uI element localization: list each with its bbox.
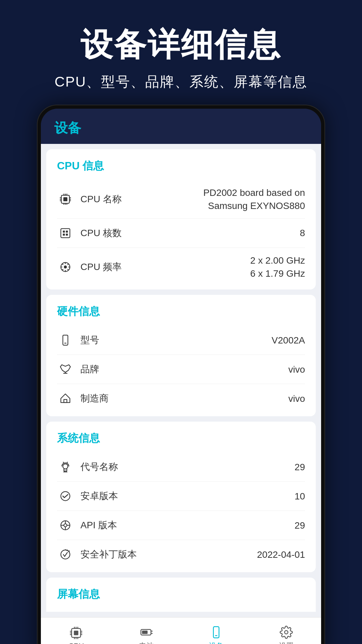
manufacturer-row: 制造商 vivo <box>57 384 305 407</box>
svg-rect-67 <box>214 627 219 638</box>
cpu-cores-row: CPU 核数 8 <box>57 219 305 248</box>
cpu-freq-value: 2 x 2.00 GHz6 x 1.79 GHz <box>250 254 305 280</box>
svg-line-25 <box>62 264 63 265</box>
svg-point-34 <box>63 464 68 469</box>
cpu-section-title: CPU 信息 <box>57 159 305 173</box>
nav-settings-label: 设置 <box>279 641 294 644</box>
app-topbar: 设备 <box>41 109 321 144</box>
svg-line-26 <box>67 269 68 270</box>
api-version-icon <box>57 517 74 534</box>
model-row: 型号 V2002A <box>57 326 305 355</box>
android-version-label: 安卓版本 <box>80 490 295 502</box>
svg-rect-18 <box>66 233 68 235</box>
codename-row: 代号名称 29 <box>57 452 305 482</box>
svg-rect-66 <box>142 631 148 634</box>
model-icon <box>57 332 74 348</box>
page-title: 设备详细信息 <box>20 27 342 62</box>
svg-point-20 <box>64 266 67 269</box>
security-patch-value: 2022-04-01 <box>257 548 305 561</box>
battery-nav-icon <box>140 626 153 639</box>
brand-label: 品牌 <box>80 363 288 376</box>
model-label: 型号 <box>80 334 272 346</box>
cpu-cores-icon <box>57 225 74 241</box>
cpu-nav-icon <box>69 626 83 640</box>
cpu-cores-label: CPU 核数 <box>80 227 300 239</box>
page-subtitle: CPU、型号、品牌、系统、屏幕等信息 <box>20 72 342 91</box>
cpu-freq-icon <box>57 259 74 275</box>
brand-value: vivo <box>288 363 305 376</box>
codename-value: 29 <box>295 461 305 474</box>
cpu-freq-row: CPU 频率 2 x 2.00 GHz6 x 1.79 GHz <box>57 248 305 280</box>
android-version-value: 10 <box>295 490 305 503</box>
screen-info-card-partial: 屏幕信息 <box>46 578 316 612</box>
app-topbar-title: 设备 <box>54 119 308 137</box>
api-version-value: 29 <box>295 519 305 532</box>
system-section-title: 系统信息 <box>57 431 305 446</box>
android-version-icon <box>57 488 74 504</box>
nav-battery-label: 电池 <box>139 641 154 644</box>
settings-nav-icon <box>280 626 293 639</box>
phone-mockup: 设备 CPU 信息 <box>37 105 325 644</box>
api-version-row: API 版本 29 <box>57 511 305 540</box>
cpu-name-value: PD2002 board based on Samsung EXYNOS880 <box>178 186 305 212</box>
cpu-name-label: CPU 名称 <box>80 193 178 206</box>
svg-rect-15 <box>63 230 65 232</box>
svg-rect-1 <box>63 197 67 201</box>
codename-label: 代号名称 <box>80 461 295 473</box>
security-patch-row: 安全补丁版本 2022-04-01 <box>57 540 305 563</box>
svg-line-36 <box>67 462 68 463</box>
screen-section-title: 屏幕信息 <box>57 587 305 602</box>
security-patch-icon <box>57 546 74 563</box>
bottom-nav: CPU 电池 设备 <box>41 617 321 644</box>
manufacturer-value: vivo <box>288 392 305 405</box>
nav-item-settings[interactable]: 设置 <box>272 623 300 644</box>
cpu-info-card: CPU 信息 <box>46 149 316 290</box>
manufacturer-icon <box>57 390 74 407</box>
nav-item-cpu[interactable]: CPU <box>62 624 90 644</box>
model-value: V2002A <box>272 334 305 347</box>
svg-line-27 <box>62 269 63 270</box>
svg-line-28 <box>67 264 68 265</box>
hardware-section-title: 硬件信息 <box>57 304 305 319</box>
security-patch-label: 安全补丁版本 <box>80 548 257 561</box>
svg-point-43 <box>64 524 67 527</box>
brand-row: 品牌 vivo <box>57 355 305 384</box>
codename-icon <box>57 459 74 475</box>
svg-rect-14 <box>61 228 70 237</box>
svg-point-69 <box>285 631 288 634</box>
svg-rect-29 <box>63 335 68 345</box>
svg-point-48 <box>61 550 70 559</box>
page-header: 设备详细信息 CPU、型号、品牌、系统、屏幕等信息 <box>0 0 362 105</box>
nav-cpu-label: CPU <box>68 642 84 644</box>
svg-rect-50 <box>74 631 78 635</box>
device-nav-icon <box>209 626 223 639</box>
svg-point-41 <box>61 492 70 501</box>
phone-mockup-container: 设备 CPU 信息 <box>0 105 362 644</box>
svg-rect-16 <box>66 230 68 232</box>
nav-item-battery[interactable]: 电池 <box>132 623 161 644</box>
nav-device-label: 设备 <box>209 641 224 644</box>
android-version-row: 安卓版本 10 <box>57 482 305 511</box>
nav-item-device[interactable]: 设备 <box>202 623 230 644</box>
manufacturer-label: 制造商 <box>80 392 288 405</box>
cpu-freq-label: CPU 频率 <box>80 261 250 273</box>
svg-line-35 <box>63 462 64 463</box>
cpu-name-row: CPU 名称 PD2002 board based on Samsung EXY… <box>57 180 305 219</box>
api-version-label: API 版本 <box>80 519 295 532</box>
cpu-name-icon <box>57 191 74 208</box>
brand-icon <box>57 361 74 378</box>
svg-rect-33 <box>64 399 67 402</box>
svg-rect-37 <box>64 469 67 471</box>
hardware-info-card: 硬件信息 型号 V2002A <box>46 295 316 416</box>
system-info-card: 系统信息 <box>46 422 316 572</box>
cpu-cores-value: 8 <box>300 226 305 239</box>
app-content: CPU 信息 <box>41 144 321 618</box>
phone-screen: 设备 CPU 信息 <box>41 109 321 644</box>
svg-rect-17 <box>63 233 65 235</box>
